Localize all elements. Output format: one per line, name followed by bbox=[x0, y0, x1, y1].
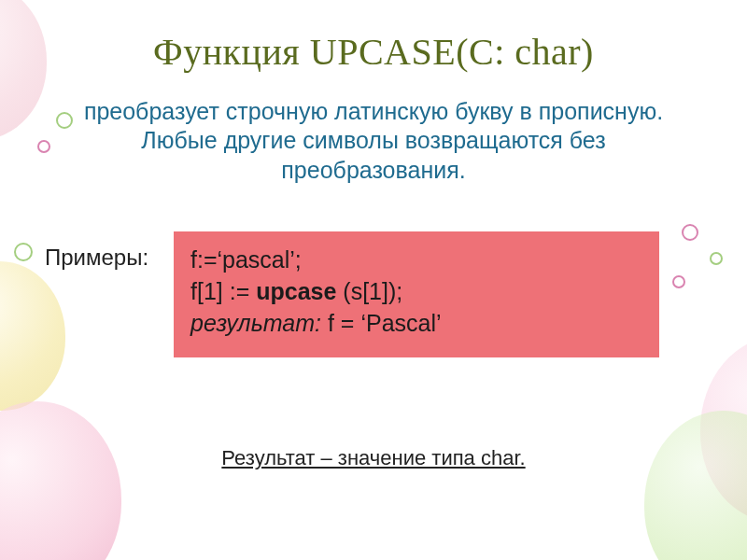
code-keyword: upcase bbox=[256, 278, 336, 304]
decor-balloon bbox=[0, 401, 121, 560]
decor-confetti bbox=[37, 140, 50, 153]
examples-label: Примеры: bbox=[45, 245, 148, 271]
footer-note: Результат – значение типа char. bbox=[0, 446, 747, 470]
decor-confetti bbox=[682, 224, 698, 241]
slide-description: преобразует строчную латинскую букву в п… bbox=[65, 97, 682, 185]
decor-confetti bbox=[14, 243, 33, 261]
slide: Функция UPCASE(C: char) преобразует стро… bbox=[0, 0, 747, 560]
code-text: f[1] := bbox=[190, 278, 256, 304]
decor-confetti bbox=[710, 252, 723, 265]
slide-title: Функция UPCASE(C: char) bbox=[0, 30, 747, 74]
code-line-3: результат: f = ‘Pascal’ bbox=[190, 308, 642, 340]
code-result-value: f = ‘Pascal’ bbox=[321, 310, 442, 336]
decor-balloon bbox=[644, 411, 747, 560]
code-line-1: f:=‘pascal’; bbox=[190, 245, 642, 276]
code-text: (s[1]); bbox=[336, 278, 402, 304]
decor-balloon bbox=[0, 261, 65, 411]
decor-confetti bbox=[672, 275, 685, 288]
code-result-label: результат: bbox=[190, 310, 321, 336]
code-line-2: f[1] := upcase (s[1]); bbox=[190, 276, 642, 308]
code-example-box: f:=‘pascal’; f[1] := upcase (s[1]); резу… bbox=[174, 231, 659, 357]
